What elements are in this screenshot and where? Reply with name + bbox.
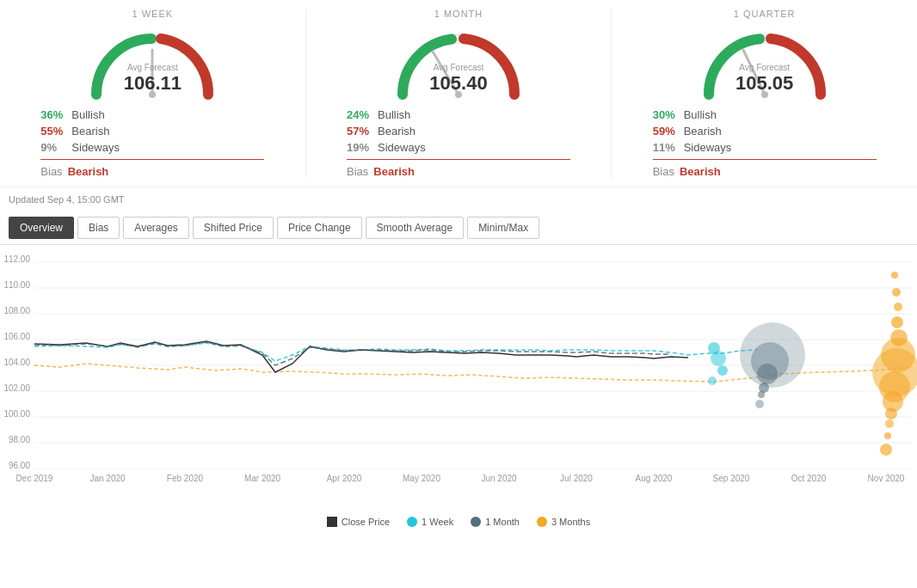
svg-text:104.00: 104.00 xyxy=(3,358,30,367)
svg-text:Jun 2020: Jun 2020 xyxy=(481,474,517,483)
svg-point-45 xyxy=(755,400,764,408)
svg-point-58 xyxy=(880,444,892,456)
bias-row-1w: Bias Bearish xyxy=(40,165,264,178)
avg-forecast-value-1w: 106.11 xyxy=(124,72,182,94)
panel-1month-title: 1 MONTH xyxy=(434,9,483,19)
avg-forecast-value-1q: 105.05 xyxy=(735,72,793,94)
panel-1week-title: 1 WEEK xyxy=(132,9,174,19)
sideways-label-1m: Sideways xyxy=(378,141,426,154)
legend-3months: 3 Months xyxy=(537,517,590,527)
svg-text:Apr 2020: Apr 2020 xyxy=(327,474,362,483)
legend-dot-close xyxy=(327,517,337,527)
bullish-label-1q: Bullish xyxy=(684,108,717,121)
sideways-label-1q: Sideways xyxy=(684,141,732,154)
legend-dot-3months xyxy=(537,517,547,527)
legend-dot-1week xyxy=(407,517,417,527)
svg-text:96.00: 96.00 xyxy=(9,461,30,470)
svg-text:102.00: 102.00 xyxy=(3,383,30,393)
stats-1week: 36% Bullish 55% Bearish 9% Sideways Bias… xyxy=(32,108,273,178)
panel-1week: 1 WEEK Avg Forecast 106.11 36% Bullis xyxy=(0,9,306,178)
panel-1quarter-title: 1 QUARTER xyxy=(734,9,796,19)
svg-point-37 xyxy=(711,351,726,366)
tab-price-change[interactable]: Price Change xyxy=(277,217,362,239)
svg-point-38 xyxy=(717,365,728,376)
svg-text:106.00: 106.00 xyxy=(3,332,30,341)
legend-label-1week: 1 Week xyxy=(422,517,453,527)
bias-row-1m: Bias Bearish xyxy=(347,165,570,178)
bullish-pct-1w: 36% xyxy=(40,108,71,121)
bullish-row-1q: 30% Bullish xyxy=(653,108,877,121)
gauge-1week-label: Avg Forecast 106.11 xyxy=(124,63,182,95)
svg-point-57 xyxy=(884,432,891,439)
panel-1quarter: 1 QUARTER Avg Forecast 105.05 30% Bullis… xyxy=(612,9,917,178)
stats-1month: 24% Bullish 57% Bearish 19% Sideways Bia… xyxy=(338,108,579,178)
bearish-label-1w: Bearish xyxy=(71,125,109,138)
tab-smooth-average[interactable]: Smooth Average xyxy=(366,217,465,239)
sideways-row-1q: 11% Sideways xyxy=(653,141,877,154)
divider-1m xyxy=(347,159,570,160)
legend-label-1month: 1 Month xyxy=(485,517,520,527)
divider-1q xyxy=(653,159,877,160)
svg-point-42 xyxy=(757,364,778,384)
svg-text:Dec 2019: Dec 2019 xyxy=(16,474,53,483)
bias-row-1q: Bias Bearish xyxy=(653,165,877,178)
stats-1quarter: 30% Bullish 59% Bearish 11% Sideways Bia… xyxy=(644,108,885,178)
sideways-pct-1w: 9% xyxy=(40,141,71,154)
bullish-pct-1m: 24% xyxy=(347,108,378,121)
bias-label-1m: Bias xyxy=(347,165,368,178)
svg-text:Jan 2020: Jan 2020 xyxy=(89,474,126,483)
svg-point-48 xyxy=(894,303,902,311)
sideways-pct-1m: 19% xyxy=(347,141,378,154)
svg-text:110.00: 110.00 xyxy=(3,280,30,290)
bias-value-1w: Bearish xyxy=(68,165,109,178)
tab-overview[interactable]: Overview xyxy=(9,217,74,239)
sideways-row-1w: 9% Sideways xyxy=(40,141,264,154)
bias-label-1w: Bias xyxy=(40,165,62,178)
legend-close-price: Close Price xyxy=(327,517,390,527)
svg-text:Feb 2020: Feb 2020 xyxy=(167,474,204,483)
svg-text:100.00: 100.00 xyxy=(3,409,30,419)
sideways-row-1m: 19% Sideways xyxy=(347,141,570,154)
tabs-bar: Overview Bias Averages Shifted Price Pri… xyxy=(0,211,917,245)
tab-averages[interactable]: Averages xyxy=(123,217,188,239)
svg-point-39 xyxy=(708,377,717,385)
tab-bias[interactable]: Bias xyxy=(77,217,120,239)
updated-text: Updated Sep 4, 15:00 GMT xyxy=(0,187,917,211)
bearish-pct-1w: 55% xyxy=(40,125,71,138)
svg-point-47 xyxy=(892,288,901,297)
bearish-label-1q: Bearish xyxy=(684,125,722,138)
bearish-row-1q: 59% Bearish xyxy=(653,125,877,138)
avg-forecast-label-1m: Avg Forecast xyxy=(429,63,487,72)
sideways-pct-1q: 11% xyxy=(653,141,684,154)
gauge-1week: Avg Forecast 106.11 xyxy=(83,24,221,101)
forecast-panels: 1 WEEK Avg Forecast 106.11 36% Bullis xyxy=(0,0,917,187)
sideways-label-1w: Sideways xyxy=(71,141,120,154)
svg-text:Nov 2020: Nov 2020 xyxy=(868,474,905,483)
svg-text:Mar 2020: Mar 2020 xyxy=(244,474,281,483)
legend-dot-1month xyxy=(471,517,481,527)
tab-minim-max[interactable]: Minim/Max xyxy=(467,217,539,239)
bullish-pct-1q: 30% xyxy=(653,108,684,121)
bias-value-1m: Bearish xyxy=(373,165,415,178)
bullish-row-1w: 36% Bullish xyxy=(40,108,264,121)
gauge-1month: Avg Forecast 105.40 xyxy=(390,24,527,101)
bearish-row-1m: 57% Bearish xyxy=(347,125,570,138)
bullish-label-1m: Bullish xyxy=(378,108,410,121)
bullish-row-1m: 24% Bullish xyxy=(347,108,570,121)
svg-text:108.00: 108.00 xyxy=(3,306,30,315)
svg-text:98.00: 98.00 xyxy=(9,435,30,444)
bearish-pct-1q: 59% xyxy=(653,125,684,138)
bearish-pct-1m: 57% xyxy=(347,125,378,138)
tab-shifted-price[interactable]: Shifted Price xyxy=(193,217,274,239)
avg-forecast-label-1w: Avg Forecast xyxy=(124,63,182,72)
svg-text:Aug 2020: Aug 2020 xyxy=(636,474,673,483)
bearish-row-1w: 55% Bearish xyxy=(40,125,264,138)
bias-value-1q: Bearish xyxy=(680,165,721,178)
svg-text:Sep 2020: Sep 2020 xyxy=(713,474,750,483)
gauge-1month-label: Avg Forecast 105.40 xyxy=(429,63,487,95)
gauge-1quarter: Avg Forecast 105.05 xyxy=(696,24,834,101)
bullish-label-1w: Bullish xyxy=(71,108,104,121)
chart-area: 112.00 110.00 108.00 106.00 104.00 102.0… xyxy=(0,245,917,511)
svg-text:May 2020: May 2020 xyxy=(403,474,440,483)
legend-label-3months: 3 Months xyxy=(551,517,590,527)
